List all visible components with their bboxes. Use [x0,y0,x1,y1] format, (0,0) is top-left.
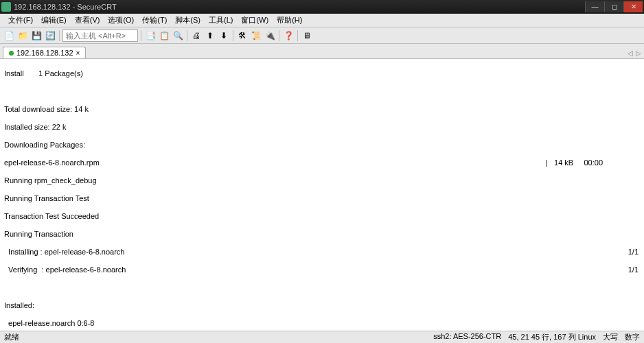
term-line: Total download size: 14 k [4,105,640,114]
toolbar-separator [59,30,60,41]
toolbar-separator [279,30,279,41]
connected-indicator-icon [9,51,14,56]
term-line: Transaction Test Succeeded [4,212,640,221]
menu-script[interactable]: 脚本(S) [171,14,205,27]
tabbar: 192.168.128.132 × ◁ ▷ [0,44,644,59]
close-button[interactable]: ✕ [623,1,643,12]
maximize-button[interactable]: ◻ [604,1,623,12]
status-num: 数字 [625,332,640,342]
statusbar: 就绪 ssh2: AES-256-CTR 45, 21 45 行, 167 列 … [0,331,644,343]
help-icon[interactable]: ❓ [282,29,295,42]
term-line: epel-release-6-8.noarch.rpm| 14 kB 00:00 [4,158,640,167]
toolbar: 📄 📁 💾 🔄 📑 📋 🔍 🖨 ⬆ ⬇ 🛠 📜 🔌 ❓ 🖥 [0,27,644,44]
xfer-up-icon[interactable]: ⬆ [204,29,216,42]
xfer-down-icon[interactable]: ⬇ [218,29,230,42]
menu-transfer[interactable]: 传输(T) [138,14,171,27]
script-icon[interactable]: 📜 [250,29,262,42]
status-position: 45, 21 45 行, 167 列 Linux [508,332,596,342]
titlebar: 192.168.128.132 - SecureCRT — ◻ ✕ [0,0,644,14]
terminal-icon[interactable]: 🖥 [301,29,313,42]
open-icon[interactable]: 📁 [16,29,29,42]
tab-next-icon[interactable]: ▷ [636,49,641,57]
status-ssh: ssh2: AES-256-CTR [433,332,501,342]
minimize-button[interactable]: — [585,1,604,12]
menubar: 文件(F) 编辑(E) 查看(V) 选项(O) 传输(T) 脚本(S) 工具(L… [0,14,644,27]
disconnect-icon[interactable]: 🔌 [264,29,276,42]
toolbar-separator [297,30,298,41]
term-line: Downloading Packages: [4,141,640,150]
term-line [4,87,640,96]
copy-icon[interactable]: 📑 [144,29,157,42]
paste-icon[interactable]: 📋 [158,29,170,42]
menu-view[interactable]: 查看(V) [71,14,104,27]
app-icon [1,2,11,12]
tab-prev-icon[interactable]: ◁ [628,49,633,57]
status-ready: 就绪 [4,332,433,342]
window-title: 192.168.128.132 - SecureCRT [14,3,585,11]
term-line: Installed: [4,301,640,310]
menu-window[interactable]: 窗口(W) [237,14,273,27]
terminal-output[interactable]: Install 1 Package(s) Total download size… [0,59,644,343]
term-line: epel-release.noarch 0:6-8 [4,319,640,328]
tab-close-icon[interactable]: × [76,49,80,57]
term-line: Installing : epel-release-6-8.noarch1/1 [4,248,640,257]
host-input[interactable] [62,29,138,42]
print-icon[interactable]: 🖨 [190,29,203,42]
status-caps: 大写 [603,332,618,342]
save-icon[interactable]: 💾 [30,29,43,42]
term-line: Install 1 Package(s) [4,69,640,78]
menu-file[interactable]: 文件(F) [4,14,37,27]
options-icon[interactable]: 🛠 [236,29,249,42]
toolbar-separator [187,30,187,41]
toolbar-separator [141,30,141,41]
term-line: Running Transaction [4,230,640,239]
term-line: Running Transaction Test [4,194,640,203]
term-line: Installed size: 22 k [4,123,640,132]
tab-label: 192.168.128.132 [16,49,73,57]
toolbar-separator [233,30,233,41]
menu-help[interactable]: 帮助(H) [273,14,306,27]
term-line [4,283,640,292]
menu-tools[interactable]: 工具(L) [205,14,237,27]
term-line: Verifying : epel-release-6-8.noarch1/1 [4,265,640,274]
reconnect-icon[interactable]: 🔄 [44,29,56,42]
session-tab[interactable]: 192.168.128.132 × [3,47,86,58]
menu-edit[interactable]: 编辑(E) [37,14,71,27]
term-line: Running rpm_check_debug [4,176,640,185]
new-session-icon[interactable]: 📄 [3,29,15,42]
menu-options[interactable]: 选项(O) [104,14,138,27]
find-icon[interactable]: 🔍 [172,29,184,42]
